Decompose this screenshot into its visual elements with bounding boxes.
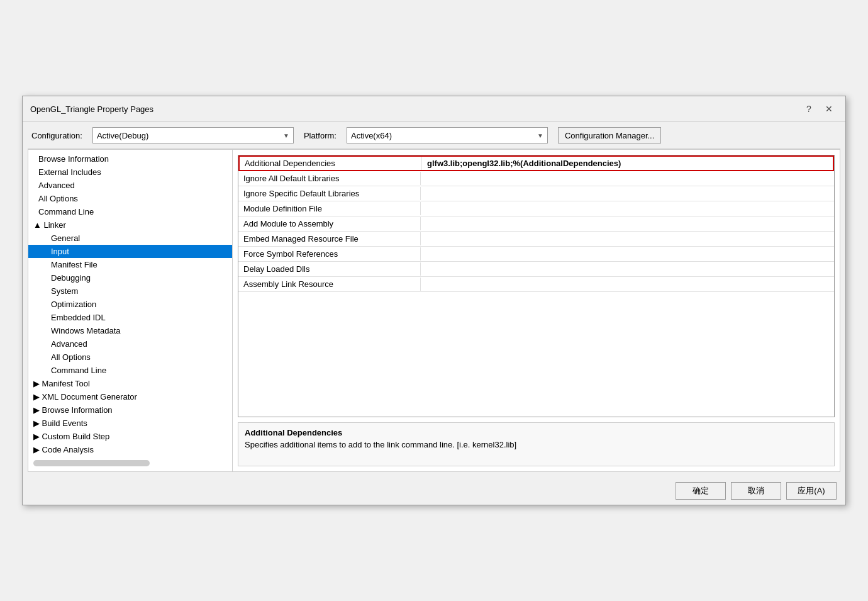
- dialog-title: OpenGL_Triangle Property Pages: [30, 104, 153, 114]
- prop-value-4: [421, 222, 834, 226]
- tree-item-xml-document-generator[interactable]: ▶ XML Document Generator: [28, 390, 232, 403]
- tree-item-input[interactable]: Input: [28, 245, 232, 258]
- help-button[interactable]: ?: [800, 101, 818, 116]
- description-text: Specifies additional items to add to the…: [245, 440, 828, 449]
- tree-item-code-analysis[interactable]: ▶ Code Analysis: [28, 443, 232, 456]
- platform-value: Active(x64): [351, 131, 392, 140]
- description-panel: Additional Dependencies Specifies additi…: [238, 422, 835, 466]
- title-bar: OpenGL_Triangle Property Pages ? ✕: [23, 96, 845, 122]
- tree-item-system[interactable]: System: [28, 284, 232, 298]
- platform-dropdown-arrow: ▼: [537, 132, 543, 139]
- prop-value-1: [421, 177, 834, 181]
- prop-name-2: Ignore Specific Default Libraries: [238, 187, 421, 200]
- left-panel: Browse InformationExternal IncludesAdvan…: [28, 150, 233, 471]
- prop-value-0: glfw3.lib;opengl32.lib;%(AdditionalDepen…: [422, 157, 833, 170]
- tree-item-browse-information-2[interactable]: ▶ Browse Information: [28, 403, 232, 417]
- right-panel: Additional Dependenciesglfw3.lib;opengl3…: [233, 150, 840, 471]
- config-manager-button[interactable]: Configuration Manager...: [558, 127, 661, 143]
- prop-value-8: [421, 283, 834, 286]
- tree-item-debugging[interactable]: Debugging: [28, 271, 232, 284]
- prop-row-5: Embed Managed Resource File: [238, 232, 834, 247]
- tree-item-command-line-2[interactable]: Command Line: [28, 364, 232, 377]
- prop-name-1: Ignore All Default Libraries: [238, 172, 421, 185]
- prop-value-6: [421, 252, 834, 256]
- tree-item-embedded-idl[interactable]: Embedded IDL: [28, 311, 232, 324]
- platform-label: Platform:: [304, 131, 337, 140]
- tree-item-advanced-2[interactable]: Advanced: [28, 337, 232, 351]
- tree-item-manifest-tool[interactable]: ▶ Manifest Tool: [28, 377, 232, 390]
- platform-dropdown[interactable]: Active(x64) ▼: [347, 127, 548, 143]
- prop-row-3: Module Definition File: [238, 201, 834, 216]
- config-label: Configuration:: [31, 131, 82, 140]
- tree-item-custom-build-step[interactable]: ▶ Custom Build Step: [28, 430, 232, 443]
- prop-row-1: Ignore All Default Libraries: [238, 171, 834, 186]
- tree-item-browse-information-1[interactable]: Browse Information: [28, 152, 232, 166]
- prop-name-5: Embed Managed Resource File: [238, 232, 421, 245]
- prop-name-4: Add Module to Assembly: [238, 217, 421, 230]
- tree-item-optimization[interactable]: Optimization: [28, 298, 232, 311]
- tree-item-command-line-1[interactable]: Command Line: [28, 205, 232, 218]
- tree-item-all-options-1[interactable]: All Options: [28, 192, 232, 205]
- description-title: Additional Dependencies: [245, 428, 828, 437]
- config-row: Configuration: Active(Debug) ▼ Platform:…: [23, 122, 845, 149]
- main-content: Browse InformationExternal IncludesAdvan…: [28, 149, 840, 472]
- config-dropdown[interactable]: Active(Debug) ▼: [92, 127, 294, 143]
- prop-name-8: Assembly Link Resource: [238, 278, 421, 291]
- close-button[interactable]: ✕: [820, 101, 838, 116]
- prop-row-4: Add Module to Assembly: [238, 216, 834, 232]
- prop-name-0: Additional Dependencies: [240, 157, 422, 170]
- tree-item-manifest-file[interactable]: Manifest File: [28, 258, 232, 271]
- cancel-button[interactable]: 取消: [731, 482, 781, 500]
- property-pages-dialog: OpenGL_Triangle Property Pages ? ✕ Confi…: [22, 96, 846, 505]
- prop-value-7: [421, 267, 834, 271]
- title-bar-left: OpenGL_Triangle Property Pages: [30, 104, 153, 114]
- button-row: 确定 取消 应用(A): [23, 477, 845, 505]
- prop-row-6: Force Symbol References: [238, 247, 834, 262]
- apply-button[interactable]: 应用(A): [786, 482, 837, 500]
- tree-item-external-includes[interactable]: External Includes: [28, 166, 232, 179]
- tree-item-general[interactable]: General: [28, 232, 232, 245]
- prop-value-2: [421, 192, 834, 196]
- prop-row-2: Ignore Specific Default Libraries: [238, 186, 834, 201]
- config-value: Active(Debug): [97, 131, 148, 140]
- prop-name-6: Force Symbol References: [238, 247, 421, 261]
- prop-name-7: Delay Loaded Dlls: [238, 262, 421, 276]
- left-panel-scrollbar[interactable]: [28, 456, 232, 469]
- tree-item-all-options-2[interactable]: All Options: [28, 351, 232, 364]
- prop-row-8: Assembly Link Resource: [238, 277, 834, 292]
- prop-row-0[interactable]: Additional Dependenciesglfw3.lib;opengl3…: [238, 155, 834, 171]
- properties-table: Additional Dependenciesglfw3.lib;opengl3…: [238, 155, 835, 417]
- prop-value-3: [421, 207, 834, 211]
- title-bar-controls: ? ✕: [800, 101, 838, 116]
- prop-value-5: [421, 237, 834, 241]
- tree-item-build-events[interactable]: ▶ Build Events: [28, 417, 232, 430]
- ok-button[interactable]: 确定: [676, 482, 726, 500]
- config-dropdown-arrow: ▼: [283, 132, 289, 139]
- prop-row-7: Delay Loaded Dlls: [238, 262, 834, 277]
- tree-item-advanced-1[interactable]: Advanced: [28, 179, 232, 192]
- tree-item-linker[interactable]: ▲ Linker: [28, 218, 232, 232]
- tree-item-windows-metadata[interactable]: Windows Metadata: [28, 324, 232, 337]
- prop-name-3: Module Definition File: [238, 202, 421, 215]
